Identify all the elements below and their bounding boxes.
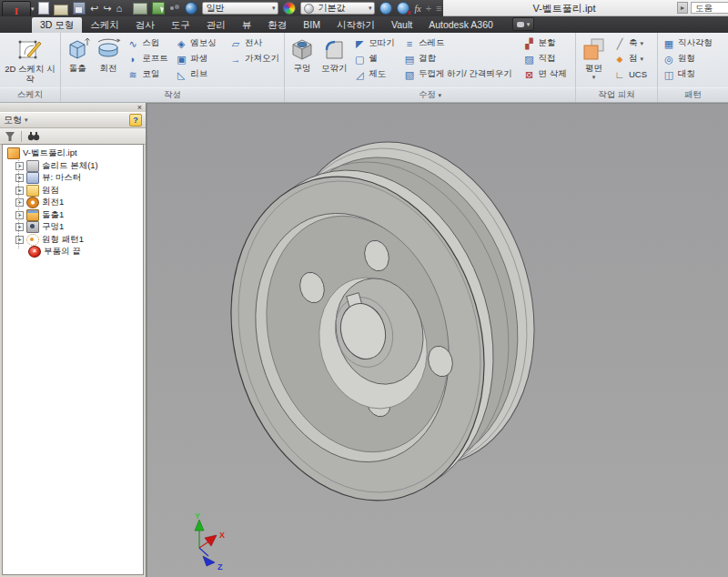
application-menu-button[interactable]: I PRO	[2, 1, 31, 17]
axis-button[interactable]: ╱ 축 ▾	[611, 35, 654, 51]
direct-edit-button[interactable]: ▨ 직접	[521, 51, 574, 66]
expand-icon[interactable]: +	[15, 162, 24, 170]
tab-sketch[interactable]: 스케치	[82, 17, 127, 33]
material-combo[interactable]: 일반 ▾	[202, 2, 278, 15]
plane-button[interactable]: 평면 ▾	[578, 35, 610, 87]
tab-environment[interactable]: 환경	[259, 17, 295, 33]
undo-icon[interactable]: ↩	[90, 3, 98, 15]
select-tool-icon[interactable]	[152, 2, 165, 15]
graphics-viewport[interactable]: Y X Z	[147, 103, 728, 577]
chamfer-button[interactable]: ◤ 모따기	[350, 35, 399, 51]
start-2d-sketch-button[interactable]: 2D 스케치 시작	[3, 35, 57, 87]
loft-button[interactable]: ◗ 로프트	[124, 51, 171, 66]
derive-button[interactable]: ▣ 파생	[172, 51, 226, 66]
help-search-input[interactable]: 도움	[691, 2, 728, 14]
tree-item-hole1[interactable]: + 구멍1	[3, 221, 143, 234]
tab-view[interactable]: 뷰	[234, 17, 260, 33]
thread-button[interactable]: ≡ 스레드	[400, 35, 520, 51]
tab-manage[interactable]: 관리	[198, 17, 234, 33]
browser-titlebar[interactable]: ×	[0, 103, 146, 112]
sweep-button[interactable]: ∿ 스윕	[124, 35, 171, 51]
open-file-icon[interactable]	[54, 5, 68, 15]
hole-button[interactable]: 구멍	[287, 35, 318, 87]
tree-item-solid-bodies[interactable]: + 솔리드 본체(1)	[3, 160, 143, 173]
thicken-offset-button[interactable]: ▧ 두껍게 하기/ 간격띄우기	[400, 66, 520, 82]
tree-item-circular-pattern1[interactable]: + 원형 패턴1	[3, 234, 143, 247]
qat-customize-icon[interactable]: ≡	[436, 3, 441, 14]
expand-icon[interactable]: +	[15, 236, 24, 244]
group-label-pattern[interactable]: 패턴	[658, 87, 728, 102]
tree-item-extrude1[interactable]: + 돌출1	[3, 209, 143, 222]
iproperties-icon[interactable]	[169, 3, 180, 15]
expand-icon[interactable]: +	[15, 223, 24, 231]
appearance-combo[interactable]: 기본값 ▾	[300, 2, 375, 15]
fillet-button[interactable]: 모깎기	[318, 35, 349, 87]
extrude-button[interactable]: 돌출	[63, 35, 93, 87]
hole-feature-icon	[26, 221, 39, 233]
filter-icon[interactable]	[5, 131, 15, 142]
split-button[interactable]: ▞ 분할	[521, 35, 574, 51]
draft-button[interactable]: ◿ 제도	[350, 66, 399, 82]
pulley-model[interactable]	[194, 112, 571, 531]
sweep-icon: ∿	[126, 37, 139, 50]
tree-item-origin[interactable]: + 원점	[3, 185, 143, 197]
shell-button[interactable]: ▢ 쉘	[350, 51, 399, 66]
tab-inspect[interactable]: 검사	[127, 17, 163, 33]
coil-button[interactable]: ≋ 코일	[124, 66, 171, 82]
expand-icon[interactable]: +	[15, 211, 24, 219]
revolve-button[interactable]: 회전	[94, 35, 124, 87]
mirror-button[interactable]: ◫ 대칭	[660, 66, 725, 82]
find-binoculars-icon[interactable]	[27, 131, 40, 142]
chevron-down-icon[interactable]: ▾	[25, 116, 28, 124]
redo-icon[interactable]: ↪	[103, 3, 111, 15]
application-menu-arrow-icon[interactable]: ▾	[31, 5, 35, 13]
expand-icon[interactable]: +	[15, 198, 24, 207]
tree-item-revolve1[interactable]: + 회전1	[3, 197, 143, 209]
expand-icon[interactable]: +	[15, 187, 24, 195]
help-icon[interactable]: ?	[129, 114, 142, 127]
adjust-appearance-icon[interactable]	[379, 2, 392, 15]
help-globe-icon[interactable]	[185, 2, 197, 15]
point-button[interactable]: ◆ 점 ▾	[611, 51, 654, 66]
close-icon[interactable]: ×	[137, 103, 142, 112]
3d-canvas[interactable]: Y X Z	[147, 104, 728, 577]
tree-item-end-of-part[interactable]: × 부품의 끝	[3, 246, 143, 258]
emboss-button[interactable]: ◈ 엠보싱	[172, 35, 226, 51]
decal-icon: ▱	[229, 37, 242, 50]
tab-tools[interactable]: 도구	[163, 17, 198, 33]
group-label-work-features[interactable]: 작업 피쳐	[576, 87, 657, 102]
derive-icon: ▣	[175, 53, 187, 66]
ucs-button[interactable]: ∟ UCS	[611, 66, 654, 82]
media-recorder-button[interactable]: ▾	[512, 17, 535, 31]
tree-rail	[18, 157, 19, 248]
chevron-down-icon: ▾	[527, 21, 531, 28]
decal-button[interactable]: ▱ 전사	[227, 35, 282, 51]
tab-3d-model[interactable]: 3D 모형	[32, 17, 82, 33]
group-label-create[interactable]: 작성	[61, 87, 284, 102]
tab-a360[interactable]: Autodesk A360	[420, 17, 501, 33]
new-file-icon[interactable]	[38, 2, 49, 15]
infocenter-arrow-button[interactable]: ▸	[677, 2, 688, 14]
tab-vault[interactable]: Vault	[383, 17, 420, 33]
tree-item-view-master[interactable]: + 뷰: 마스터	[3, 172, 143, 185]
browser-title[interactable]: 모형	[4, 114, 22, 127]
tab-bim[interactable]: BIM	[295, 17, 329, 33]
group-label-sketch[interactable]: 스케치	[0, 87, 60, 102]
expand-icon[interactable]: +	[15, 174, 24, 182]
home-icon[interactable]: ⌂	[116, 3, 128, 15]
delete-face-button[interactable]: ⊠ 면 삭제	[521, 66, 574, 82]
tree-root[interactable]: V-벨트풀리.ipt	[3, 145, 143, 160]
parameters-fx-icon[interactable]: fx	[414, 4, 420, 14]
group-label-modify[interactable]: 수정 ▾	[285, 87, 575, 102]
import-button[interactable]: → 가져오기	[227, 51, 282, 66]
rib-button[interactable]: ◺ 리브	[172, 66, 226, 82]
clear-appearance-icon[interactable]: x	[397, 2, 410, 15]
render-image-icon[interactable]	[133, 3, 147, 15]
rectangular-pattern-button[interactable]: ▦ 직사각형	[660, 35, 725, 51]
measure-plus-icon[interactable]: +	[426, 3, 431, 14]
save-icon[interactable]	[73, 2, 86, 15]
circular-pattern-button[interactable]: ◎ 원형	[660, 51, 725, 66]
color-wheel-icon[interactable]	[283, 2, 296, 15]
combine-button[interactable]: ▤ 결합	[400, 51, 520, 66]
tab-get-started[interactable]: 시작하기	[329, 17, 383, 33]
